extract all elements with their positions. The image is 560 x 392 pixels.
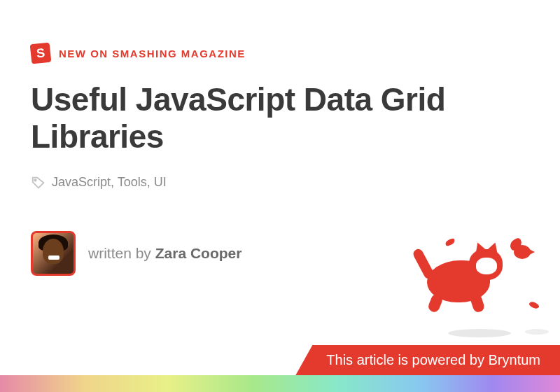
logo-letter: S: [36, 46, 46, 61]
svg-point-0: [34, 179, 36, 181]
tags-row: JavaScript, Tools, UI: [31, 175, 529, 190]
author-avatar: [31, 231, 76, 276]
sponsor-text: This article is powered by Bryntum: [326, 352, 540, 368]
smashing-logo-icon: S: [30, 43, 52, 64]
bird-shadow: [525, 329, 549, 335]
article-card: S NEW ON SMASHING MAGAZINE Useful JavaSc…: [0, 0, 560, 392]
eyebrow-text: NEW ON SMASHING MAGAZINE: [59, 48, 246, 59]
sponsor-banner: This article is powered by Bryntum: [295, 345, 560, 375]
cat-illustration-icon: [417, 234, 543, 325]
header-row: S NEW ON SMASHING MAGAZINE: [31, 43, 529, 63]
bird-icon: [510, 238, 538, 263]
author-byline: written by Zara Cooper: [88, 245, 241, 262]
tag-icon: [31, 175, 46, 190]
author-name: Zara Cooper: [155, 245, 242, 261]
author-prefix: written by: [88, 245, 155, 261]
article-title: Useful JavaScript Data Grid Libraries: [31, 81, 529, 155]
rainbow-footer: [0, 375, 560, 392]
cat-shadow: [448, 329, 511, 337]
tags-list: JavaScript, Tools, UI: [52, 175, 167, 190]
